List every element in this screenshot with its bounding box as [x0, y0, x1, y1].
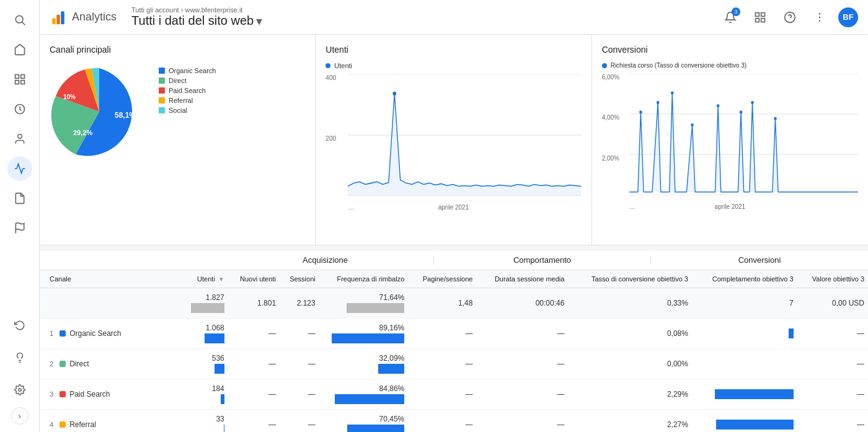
utenti-x-label: aprile 2021 — [438, 204, 469, 211]
acquisizione-group-header: Acquisizione — [217, 255, 434, 265]
conversioni-chart — [629, 74, 858, 195]
channel-name: Referral — [69, 420, 96, 429]
table-row: 3 Paid Search 184 — — 84,86% — — 2,29% — — [40, 379, 868, 410]
help-button[interactable] — [779, 6, 801, 29]
svg-point-0 — [16, 15, 23, 23]
col-completions[interactable]: Completamento obiettivo 3 — [692, 270, 797, 288]
pie-legend: Organic Search Direct Paid Search R — [159, 67, 216, 117]
channel-name: Organic Search — [69, 329, 121, 338]
total-users: 1.827 — [187, 288, 228, 319]
total-label — [40, 288, 187, 319]
pie-section: 58,1% 29,2% 10% Organic Search Direct — [50, 62, 305, 163]
user-avatar[interactable]: BF — [838, 7, 858, 27]
direct-color — [159, 77, 165, 84]
sidebar-expand-button[interactable]: › — [11, 407, 29, 425]
pages-cell: — — [408, 349, 476, 379]
svg-rect-4 — [15, 81, 19, 84]
data-table-section: Acquisizione Comportamento Conversioni C… — [40, 250, 868, 432]
col-sessions[interactable]: Sessioni — [280, 270, 319, 288]
breadcrumb-area: Tutti gli account › www.bfenterprise.it … — [131, 6, 262, 29]
value-cell: — — [797, 349, 868, 379]
svg-point-7 — [17, 134, 22, 139]
duration-cell: — — [476, 349, 568, 379]
grid-menu-button[interactable] — [749, 6, 771, 29]
sidebar-dashboard-icon[interactable] — [7, 67, 32, 92]
users-cell: 1.068 — [187, 319, 228, 349]
legend-referral: Referral — [159, 97, 216, 104]
conversioni-card: Conversioni Richiesta corso (Tasso di co… — [592, 35, 868, 245]
more-options-button[interactable] — [808, 6, 831, 29]
conversioni-dot — [602, 63, 607, 68]
table-row: 2 Direct 536 — — 32,09% — — 0,00% — — [40, 349, 868, 379]
pages-cell: — — [408, 410, 476, 433]
utenti-legend: Utenti — [326, 62, 581, 69]
svg-line-1 — [22, 22, 25, 25]
duration-cell: — — [476, 379, 568, 410]
conv-rate-cell: 0,08% — [568, 319, 692, 349]
table-row: 4 Referral 33 — — 70,45% — — 2,27% — — [40, 410, 868, 433]
sidebar-refresh-icon[interactable] — [7, 313, 32, 338]
sidebar-acquisition-icon[interactable] — [7, 156, 32, 181]
svg-point-24 — [819, 20, 821, 22]
page-title-chevron[interactable]: ▾ — [256, 14, 262, 29]
col-bounce[interactable]: Frequenza di rimbalzo — [319, 270, 409, 288]
legend-referral-label: Referral — [169, 97, 193, 104]
sidebar-search-icon[interactable] — [7, 7, 32, 32]
total-bounce: 71,64% — [319, 288, 409, 319]
total-conv-rate: 0,33% — [568, 288, 692, 319]
value-cell: — — [797, 410, 868, 433]
notifications-button[interactable]: 3 — [719, 6, 742, 29]
legend-direct-label: Direct — [169, 77, 187, 84]
svg-rect-13 — [52, 18, 56, 24]
conversioni-chart-area: 6,00% 4,00% 2,00% — [602, 74, 858, 210]
breadcrumb-sub: Tutti gli account › www.bfenterprise.it — [131, 6, 262, 14]
notification-badge: 3 — [732, 7, 740, 16]
svg-text:58,1%: 58,1% — [115, 111, 136, 120]
table-row: 1 Organic Search 1.068 — — 89,16% — — 0,… — [40, 319, 868, 349]
table-header-row: Canale Utenti ▼ Nuovi utenti Sessioni Fr… — [40, 270, 868, 288]
legend-paid-label: Paid Search — [169, 87, 206, 94]
col-channel[interactable]: Canale — [40, 270, 187, 288]
channel-cell: 3 Paid Search — [40, 379, 187, 410]
users-cell: 33 — [187, 410, 228, 433]
col-conv-rate[interactable]: Tasso di conversione obiettivo 3 — [568, 270, 692, 288]
comportamento-group-header: Comportamento — [434, 255, 651, 265]
total-completions: 7 — [692, 288, 797, 319]
pages-cell: — — [408, 319, 476, 349]
total-pages: 1,48 — [408, 288, 476, 319]
channel-color-dot — [60, 361, 66, 367]
col-pages[interactable]: Pagine/sessione — [408, 270, 476, 288]
sidebar: › — [0, 0, 40, 432]
col-duration[interactable]: Durata sessione media — [476, 270, 568, 288]
legend-social-label: Social — [169, 107, 187, 114]
sidebar-settings-icon[interactable] — [7, 377, 32, 402]
canali-card: Canali principali — [40, 35, 316, 245]
conv-rate-cell: 2,29% — [568, 379, 692, 410]
svg-rect-2 — [15, 75, 19, 79]
svg-point-23 — [819, 16, 821, 18]
sidebar-bulb-icon[interactable] — [7, 345, 32, 370]
col-new-users[interactable]: Nuovi utenti — [228, 270, 280, 288]
svg-rect-19 — [761, 18, 765, 22]
sidebar-clock-icon[interactable] — [7, 97, 32, 121]
bounce-cell: 32,09% — [319, 349, 409, 379]
page-content: Canali principali — [40, 35, 868, 432]
value-cell: — — [797, 319, 868, 349]
pie-chart: 58,1% 29,2% 10% — [50, 62, 149, 163]
svg-point-22 — [819, 12, 821, 14]
sidebar-user-icon[interactable] — [7, 126, 32, 151]
legend-direct: Direct — [159, 77, 216, 84]
conv-rate-cell: 2,27% — [568, 410, 692, 433]
sidebar-flag-icon[interactable] — [7, 216, 32, 240]
bounce-cell: 89,16% — [319, 319, 409, 349]
main-content: Analytics Tutti gli account › www.bfente… — [40, 0, 868, 432]
utenti-title: Utenti — [326, 45, 581, 55]
col-value[interactable]: Valore obiettivo 3 — [797, 270, 868, 288]
header-actions: 3 BF — [719, 6, 858, 29]
ga-logo — [50, 9, 67, 26]
col-users[interactable]: Utenti ▼ — [187, 270, 228, 288]
sidebar-home-icon[interactable] — [7, 37, 32, 62]
completions-cell — [692, 379, 797, 410]
sidebar-behavior-icon[interactable] — [7, 186, 32, 211]
sessions-cell: — — [280, 410, 319, 433]
